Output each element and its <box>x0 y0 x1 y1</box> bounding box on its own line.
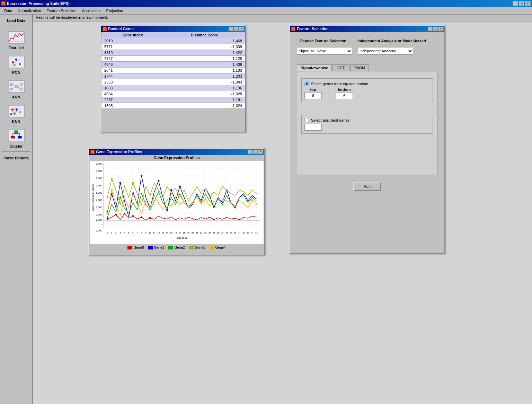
analysis-dropdown[interactable]: Independent Analysis <box>358 47 413 55</box>
tab-signal-to-noise[interactable]: Signal-to-noise <box>297 64 332 71</box>
legend-gene1-label: Gene1 <box>154 246 164 249</box>
ranked-genes-minimize[interactable]: _ <box>229 27 233 31</box>
svg-point-54 <box>132 215 134 217</box>
col-gene-index: Gene Index <box>101 32 164 38</box>
gene-index-cell: 1833 <box>101 85 164 91</box>
gene-expression-maximize[interactable]: □ <box>253 150 258 154</box>
sidebar-item-knn[interactable]: KNN <box>1 102 31 125</box>
legend-gene0-color <box>127 246 132 249</box>
legend-gene1-color <box>148 246 153 249</box>
cluster-icon <box>6 128 27 143</box>
radio-group-top-bottom: Select genes from top and bottom top bot… <box>301 78 433 102</box>
svg-text:9: 9 <box>145 231 147 234</box>
gene-expression-close[interactable]: ✕ <box>258 150 263 154</box>
svg-text:2,000: 2,000 <box>96 213 102 216</box>
ranked-genes-maximize[interactable]: □ <box>234 27 239 31</box>
svg-text:3,000: 3,000 <box>96 206 102 209</box>
gene-expression-title-bar[interactable]: Gene Expression Profiles _ □ ✕ <box>89 149 264 155</box>
svg-point-52 <box>115 214 117 216</box>
svg-point-72 <box>111 189 113 191</box>
ranked-genes-close[interactable]: ✕ <box>239 27 244 31</box>
table-row: 4534-1,028 <box>101 91 245 97</box>
table-row: 48461,406 <box>101 62 245 68</box>
svg-text:15: 15 <box>170 231 172 234</box>
feature-selection-close[interactable]: ✕ <box>438 27 443 31</box>
svg-text:0: 0 <box>101 224 102 227</box>
radio-abs-best[interactable] <box>304 118 309 122</box>
gene-index-cell: 1305 <box>101 103 164 109</box>
content-area: Results will be displayed in a few momen… <box>33 15 532 404</box>
gene-index-cell: 4846 <box>101 62 164 68</box>
pca-label: PCA <box>12 70 20 74</box>
svg-point-3 <box>12 61 14 63</box>
legend-gene3-color <box>189 246 194 249</box>
table-row: 2641-1,103 <box>101 68 245 73</box>
top-input[interactable] <box>304 92 322 99</box>
run-button[interactable]: Run <box>353 182 381 191</box>
svg-point-10 <box>10 88 12 90</box>
ann-icon <box>6 79 27 94</box>
svg-text:16: 16 <box>175 231 177 234</box>
app-icon <box>1 1 6 6</box>
sidebar-divider-1 <box>2 26 30 26</box>
svg-point-69 <box>124 185 125 187</box>
bottom-input[interactable] <box>336 92 353 99</box>
maximize-button[interactable]: □ <box>519 1 524 6</box>
gene-expression-minimize[interactable]: _ <box>248 150 252 154</box>
svg-point-53 <box>124 213 125 214</box>
sidebar-item-load-data[interactable]: Load Data <box>1 16 31 24</box>
menu-data[interactable]: Data <box>1 8 15 14</box>
sidebar-item-feat-sel[interactable]: Feat. sel <box>1 28 31 52</box>
menu-bar: Data Normalization Feature Selection App… <box>0 7 532 15</box>
feature-selection-title-bar[interactable]: Feature Selection _ □ ✕ <box>290 26 444 32</box>
svg-point-73 <box>204 198 206 200</box>
svg-text:22: 22 <box>200 231 202 234</box>
tab-tnom[interactable]: TNOM <box>350 64 369 71</box>
feature-selection-minimize[interactable]: _ <box>428 27 433 31</box>
feature-selection-title: Feature Selection <box>297 27 329 31</box>
radio-top-bottom[interactable] <box>304 81 309 86</box>
abs-best-input[interactable] <box>304 124 322 131</box>
menu-normalization[interactable]: Normalization <box>15 8 44 14</box>
chart-area: 9,000 8,000 7,000 6,000 5,000 4,000 3,00… <box>90 161 264 244</box>
distance-score-cell: -1,103 <box>164 68 245 73</box>
svg-point-59 <box>119 182 121 184</box>
close-button[interactable]: ✕ <box>525 1 531 6</box>
svg-point-60 <box>141 175 142 176</box>
svg-point-4 <box>15 59 17 61</box>
svg-text:-1,000: -1,000 <box>95 229 102 232</box>
svg-text:24: 24 <box>209 231 211 234</box>
ranked-genes-title-bar[interactable]: Ranked Genes _ □ ✕ <box>101 26 245 32</box>
minimize-button[interactable]: _ <box>513 1 518 6</box>
sidebar-item-ann[interactable]: ANN <box>1 77 31 101</box>
load-data-label: Load Data <box>7 18 25 23</box>
svg-text:33: 33 <box>247 231 249 234</box>
sidebar-divider-2 <box>2 151 30 152</box>
fs-header-row: Choose Feature Selection Independent Ana… <box>294 36 440 46</box>
svg-text:7,000: 7,000 <box>96 177 102 180</box>
menu-feature-selection[interactable]: Feature Selection <box>44 8 79 14</box>
status-message: Results will be displayed in a few momen… <box>36 15 108 19</box>
gene-index-cell: 4327 <box>101 56 164 62</box>
svg-point-67 <box>107 196 108 198</box>
radio-top-bottom-text: Select genes from top and bottom <box>311 82 368 86</box>
feature-selection-maximize[interactable]: □ <box>433 27 438 31</box>
panel-spacer <box>301 105 433 112</box>
menu-application[interactable]: Application <box>79 8 104 14</box>
legend-gene4-color <box>210 246 214 249</box>
sidebar-item-parse-results[interactable]: Parse Results <box>1 153 31 162</box>
table-row: 4327-1,125 <box>101 56 245 62</box>
menu-projection[interactable]: Projection <box>104 8 126 14</box>
svg-point-64 <box>107 216 108 218</box>
distance-score-cell: -1,028 <box>164 91 245 97</box>
svg-text:30: 30 <box>234 231 237 234</box>
choose-feature-label: Choose Feature Selection <box>297 37 349 44</box>
sidebar-item-cluster[interactable]: Cluster <box>1 126 31 150</box>
abs-input-container <box>304 124 430 131</box>
svg-text:0: 0 <box>107 231 108 234</box>
sidebar-item-pca[interactable]: PCA <box>1 52 31 76</box>
tab-iced[interactable]: ICED <box>332 64 349 71</box>
feature-dropdown[interactable]: Signal_to_Noise <box>297 47 352 55</box>
radio-top-bottom-label: Select genes from top and bottom <box>304 81 430 86</box>
distance-score-cell: 1,422 <box>164 50 245 56</box>
